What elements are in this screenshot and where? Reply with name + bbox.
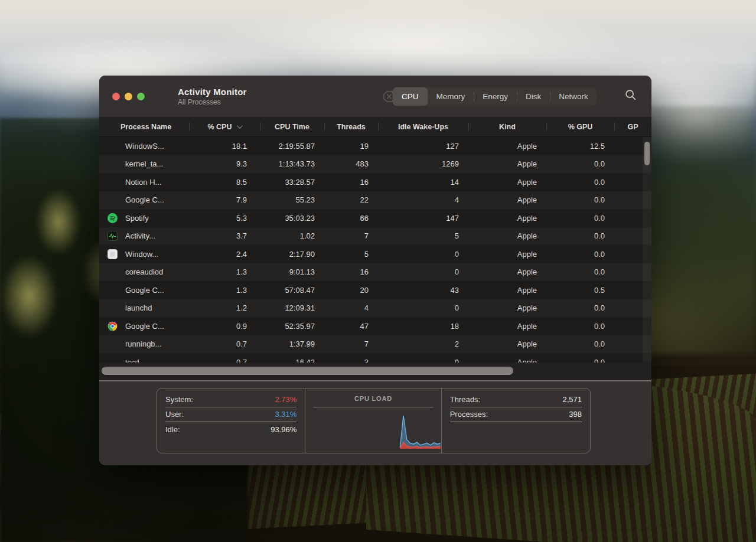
threads: 16 <box>324 267 378 276</box>
gpu-percent: 0.0 <box>546 267 614 276</box>
stat-label: User: <box>165 410 184 419</box>
threads-process-stats: Threads:2,571Processes:398 <box>442 388 590 453</box>
zoom-window-button[interactable] <box>137 93 145 100</box>
gpu-percent: 0.0 <box>546 159 614 168</box>
column-label: % CPU <box>208 123 232 131</box>
threads: 22 <box>324 195 378 204</box>
threads: 483 <box>324 159 378 168</box>
tab-network[interactable]: Network <box>550 87 597 106</box>
no-icon <box>107 357 125 363</box>
cpu-time: 55.23 <box>260 195 324 204</box>
stat-value: 93.96% <box>271 425 296 434</box>
column-header-name[interactable]: Process Name <box>99 117 189 136</box>
table-row[interactable]: Google C...0.952:35.974718Apple0.0 <box>99 317 651 335</box>
cpu-percent: 1.3 <box>189 286 260 295</box>
table-row[interactable]: Spotify5.335:03.2366147Apple0.0 <box>99 209 651 227</box>
threads: 66 <box>324 214 378 223</box>
kind: Apple <box>468 267 546 276</box>
title-block: Activity Monitor All Processes <box>178 87 247 106</box>
table-row[interactable]: Window...2.42:17.9050Apple0.0 <box>99 245 651 263</box>
tab-memory[interactable]: Memory <box>428 87 474 106</box>
window-subtitle: All Processes <box>178 98 247 106</box>
column-header-time[interactable]: CPU Time <box>260 117 324 136</box>
horizontal-scrollbar-thumb[interactable] <box>102 367 513 375</box>
gpu-percent: 0.0 <box>546 303 614 312</box>
column-header-wakeups[interactable]: Idle Wake-Ups <box>378 117 468 136</box>
cpu-percent: 1.3 <box>189 267 260 276</box>
no-icon <box>107 267 125 277</box>
gpu-percent: 12.5 <box>546 142 614 151</box>
table-row[interactable]: kernel_ta...9.31:13:43.734831269Apple0.0 <box>99 155 651 174</box>
kind: Apple <box>468 159 546 168</box>
gpu-percent: 0.0 <box>546 231 614 240</box>
column-header-cpu[interactable]: % CPU <box>189 117 260 136</box>
table-row[interactable]: Google C...7.955.23224Apple0.0 <box>99 191 651 210</box>
threads: 20 <box>324 286 378 295</box>
gpu-percent: 0.0 <box>546 178 614 187</box>
kind: Apple <box>468 231 546 240</box>
app-window-icon <box>107 249 125 259</box>
cpu-stat-row: User:3.31% <box>165 407 296 423</box>
idle-wake-ups: 0 <box>378 267 468 276</box>
process-name: runningb... <box>99 339 189 350</box>
no-icon <box>107 141 125 151</box>
table-row[interactable]: coreaudiod1.39:01.13160Apple0.0 <box>99 263 651 282</box>
sort-descending-icon <box>237 123 243 129</box>
horizontal-scrollbar[interactable] <box>99 363 651 380</box>
table-row[interactable]: launchd1.212:09.3140Apple0.0 <box>99 299 651 318</box>
threads: 16 <box>324 178 378 187</box>
no-icon <box>107 339 125 350</box>
search-icon[interactable] <box>624 89 637 102</box>
count-stat-row: Threads:2,571 <box>450 392 582 407</box>
tab-cpu[interactable]: CPU <box>393 87 428 106</box>
count-stat-row: Processes:398 <box>450 407 582 423</box>
view-tabs: CPUMemoryEnergyDiskNetwork <box>393 87 597 106</box>
tab-energy[interactable]: Energy <box>474 87 517 106</box>
process-table: WindowS...18.12:19:55.8719127Apple12.5ke… <box>99 137 651 363</box>
table-row[interactable]: tccd0.716.4230Apple0.0 <box>99 353 651 363</box>
vertical-scrollbar[interactable] <box>643 137 651 363</box>
no-icon <box>107 195 125 205</box>
column-header-kind[interactable]: Kind <box>468 117 546 136</box>
cpu-percent-stats: System:2.73%User:3.31%Idle:93.96% <box>157 388 305 453</box>
idle-wake-ups: 127 <box>378 142 468 151</box>
window-title: Activity Monitor <box>178 87 247 97</box>
vertical-scrollbar-thumb[interactable] <box>644 142 650 165</box>
no-icon <box>107 177 125 187</box>
idle-wake-ups: 43 <box>378 286 468 295</box>
cpu-time: 57:08.47 <box>260 286 324 295</box>
gpu-percent: 0.0 <box>546 339 614 348</box>
column-header-gputime[interactable]: GP <box>614 117 651 136</box>
table-row[interactable]: Google C...1.357:08.472043Apple0.5 <box>99 281 651 299</box>
column-label: Kind <box>499 123 516 131</box>
idle-wake-ups: 147 <box>378 214 468 223</box>
cpu-time: 1:37.99 <box>260 339 324 348</box>
kind: Apple <box>468 303 546 312</box>
idle-wake-ups: 4 <box>378 195 468 204</box>
activity-monitor-window: Activity Monitor All Processes CPUMemory… <box>99 76 651 465</box>
kind: Apple <box>468 142 546 151</box>
table-row[interactable]: runningb...0.71:37.9972Apple0.0 <box>99 335 651 354</box>
minimize-window-button[interactable] <box>125 93 132 100</box>
table-row[interactable]: Notion H...8.533:28.571614Apple0.0 <box>99 173 651 191</box>
process-name: Spotify <box>99 213 189 223</box>
column-header-gpu[interactable]: % GPU <box>546 117 614 136</box>
kind: Apple <box>468 358 546 363</box>
activity-monitor-icon <box>107 231 125 241</box>
spotify-icon <box>107 213 125 223</box>
gpu-percent: 0.0 <box>546 358 614 363</box>
gpu-percent: 0.0 <box>546 195 614 204</box>
column-header-threads[interactable]: Threads <box>324 117 378 136</box>
footer-panel: System:2.73%User:3.31%Idle:93.96% CPU LO… <box>99 381 651 465</box>
cpu-percent: 1.2 <box>189 303 260 312</box>
tab-disk[interactable]: Disk <box>517 87 550 106</box>
cpu-percent: 7.9 <box>189 195 260 204</box>
table-row[interactable]: WindowS...18.12:19:55.8719127Apple12.5 <box>99 137 651 155</box>
chrome-icon <box>107 321 125 331</box>
idle-wake-ups: 0 <box>378 358 468 363</box>
cpu-load-chart <box>305 403 441 449</box>
table-row[interactable]: Activity...3.71.0275Apple0.0 <box>99 227 651 246</box>
column-label: % GPU <box>568 123 593 131</box>
close-window-button[interactable] <box>112 93 120 100</box>
threads: 19 <box>324 142 378 151</box>
